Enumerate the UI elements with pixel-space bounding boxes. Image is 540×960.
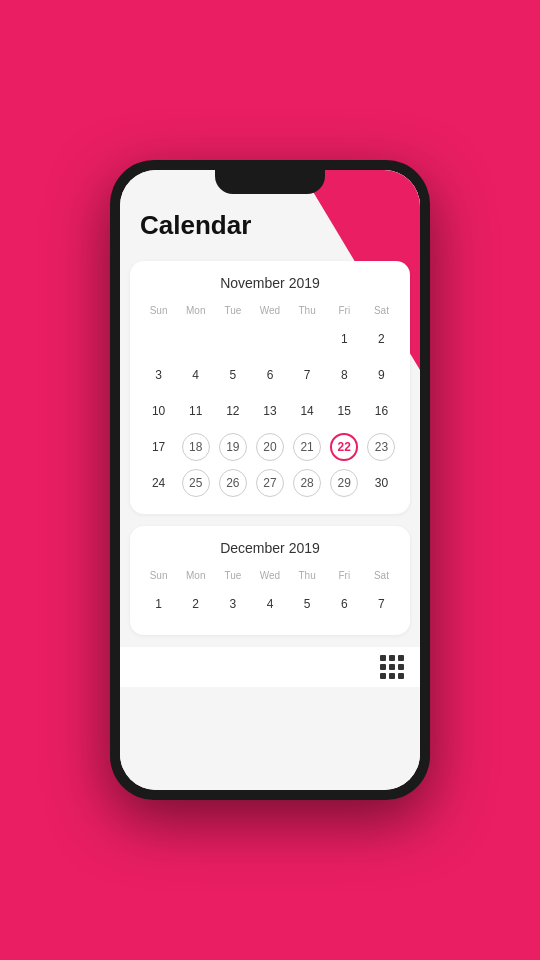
day-number: 20	[256, 433, 284, 461]
day-number: 25	[182, 469, 210, 497]
day-cell[interactable]: 14	[289, 394, 326, 428]
day-number: 19	[219, 433, 247, 461]
day-number: 21	[293, 433, 321, 461]
screen-content: Calendar November 2019 Sun Mon Tue Wed T…	[120, 170, 420, 790]
day-cell	[140, 322, 177, 356]
day-cell[interactable]: 11	[177, 394, 214, 428]
day-cell[interactable]: 3	[140, 358, 177, 392]
day-cell	[177, 322, 214, 356]
phone-frame: Calendar November 2019 Sun Mon Tue Wed T…	[110, 160, 430, 800]
day-header-sun: Sun	[140, 303, 177, 318]
day-cell[interactable]: 4	[251, 587, 288, 621]
day-cell[interactable]: 28	[289, 466, 326, 500]
day-cell[interactable]: 5	[214, 358, 251, 392]
day-number: 13	[256, 397, 284, 425]
day-cell	[251, 322, 288, 356]
day-cell[interactable]: 16	[363, 394, 400, 428]
day-number: 12	[219, 397, 247, 425]
grid-dot	[389, 673, 395, 679]
dec-day-header-sun: Sun	[140, 568, 177, 583]
day-cell[interactable]: 7	[363, 587, 400, 621]
day-cell[interactable]: 20	[251, 430, 288, 464]
november-day-headers: Sun Mon Tue Wed Thu Fri Sat	[140, 303, 400, 318]
day-number: 15	[330, 397, 358, 425]
day-number: 6	[330, 590, 358, 618]
day-number: 3	[219, 590, 247, 618]
dec-day-header-fri: Fri	[326, 568, 363, 583]
day-cell[interactable]: 1	[140, 587, 177, 621]
day-cell[interactable]: 2	[177, 587, 214, 621]
page-title: Calendar	[120, 200, 420, 261]
day-number: 6	[256, 361, 284, 389]
dec-day-header-tue: Tue	[214, 568, 251, 583]
december-days-grid: 1234567	[140, 587, 400, 621]
day-number	[256, 325, 284, 353]
day-cell[interactable]: 9	[363, 358, 400, 392]
day-cell[interactable]: 21	[289, 430, 326, 464]
grid-dot	[398, 655, 404, 661]
day-cell[interactable]: 3	[214, 587, 251, 621]
december-title: December 2019	[140, 540, 400, 556]
grid-dot	[389, 664, 395, 670]
grid-dot	[389, 655, 395, 661]
day-cell[interactable]: 4	[177, 358, 214, 392]
november-calendar: November 2019 Sun Mon Tue Wed Thu Fri Sa…	[130, 261, 410, 514]
grid-dot	[398, 664, 404, 670]
day-header-fri: Fri	[326, 303, 363, 318]
day-cell	[214, 322, 251, 356]
day-number: 22	[330, 433, 358, 461]
day-header-mon: Mon	[177, 303, 214, 318]
grid-dot	[380, 664, 386, 670]
day-number: 5	[293, 590, 321, 618]
day-number: 5	[219, 361, 247, 389]
day-cell[interactable]: 19	[214, 430, 251, 464]
dec-day-header-sat: Sat	[363, 568, 400, 583]
day-cell[interactable]: 7	[289, 358, 326, 392]
day-cell[interactable]: 15	[326, 394, 363, 428]
day-number: 1	[330, 325, 358, 353]
day-number: 4	[182, 361, 210, 389]
day-cell[interactable]: 24	[140, 466, 177, 500]
day-cell[interactable]: 30	[363, 466, 400, 500]
day-number	[219, 325, 247, 353]
phone-screen: Calendar November 2019 Sun Mon Tue Wed T…	[120, 170, 420, 790]
day-cell[interactable]: 6	[251, 358, 288, 392]
day-cell[interactable]: 6	[326, 587, 363, 621]
day-header-tue: Tue	[214, 303, 251, 318]
day-cell[interactable]: 12	[214, 394, 251, 428]
day-cell[interactable]: 18	[177, 430, 214, 464]
november-title: November 2019	[140, 275, 400, 291]
day-cell[interactable]: 13	[251, 394, 288, 428]
day-number: 2	[367, 325, 395, 353]
day-cell[interactable]: 17	[140, 430, 177, 464]
day-cell[interactable]: 23	[363, 430, 400, 464]
day-cell[interactable]: 27	[251, 466, 288, 500]
day-number: 28	[293, 469, 321, 497]
day-number: 3	[145, 361, 173, 389]
day-number: 30	[367, 469, 395, 497]
day-number: 24	[145, 469, 173, 497]
day-number: 17	[145, 433, 173, 461]
day-cell[interactable]: 2	[363, 322, 400, 356]
day-number	[145, 325, 173, 353]
day-cell[interactable]: 25	[177, 466, 214, 500]
day-cell[interactable]: 26	[214, 466, 251, 500]
day-number: 23	[367, 433, 395, 461]
bottom-toolbar	[120, 647, 420, 687]
day-header-wed: Wed	[251, 303, 288, 318]
day-cell[interactable]: 10	[140, 394, 177, 428]
day-header-thu: Thu	[289, 303, 326, 318]
dec-day-header-mon: Mon	[177, 568, 214, 583]
december-day-headers: Sun Mon Tue Wed Thu Fri Sat	[140, 568, 400, 583]
grid-dot	[380, 655, 386, 661]
day-cell[interactable]: 8	[326, 358, 363, 392]
day-number: 7	[293, 361, 321, 389]
day-cell[interactable]: 5	[289, 587, 326, 621]
day-number: 29	[330, 469, 358, 497]
grid-menu-icon[interactable]	[380, 655, 404, 679]
day-cell[interactable]: 22	[326, 430, 363, 464]
day-number	[293, 325, 321, 353]
dec-day-header-wed: Wed	[251, 568, 288, 583]
day-cell[interactable]: 1	[326, 322, 363, 356]
day-cell[interactable]: 29	[326, 466, 363, 500]
